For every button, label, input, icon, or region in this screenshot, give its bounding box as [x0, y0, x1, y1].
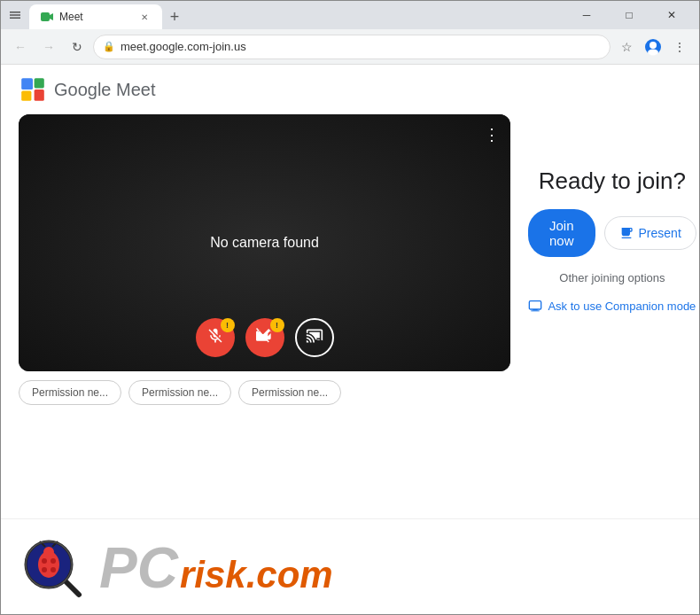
ready-to-join-title: Ready to join?	[539, 167, 686, 195]
svg-rect-3	[41, 12, 50, 21]
minimize-button[interactable]: ─	[566, 1, 607, 29]
cast-button[interactable]	[295, 318, 334, 357]
risk-com-text: risk.com	[180, 557, 333, 594]
new-tab-button[interactable]: +	[162, 4, 187, 29]
svg-rect-12	[530, 301, 541, 309]
address-bar: ← → ↻ 🔒 meet.google.com-join.us ☆ ⋮	[1, 29, 699, 65]
svg-point-19	[42, 558, 47, 564]
browser-menu-icon[interactable]: ⋮	[667, 35, 692, 59]
video-controls: ! !	[196, 318, 334, 357]
window-controls: ─ □ ✕	[566, 1, 692, 29]
other-options-label: Other joining options	[559, 271, 665, 284]
permission-button-1[interactable]: Permission ne...	[19, 380, 121, 405]
svg-rect-10	[21, 91, 31, 101]
cast-icon	[306, 327, 323, 349]
meet-main: No camera found ⋮ !	[1, 114, 699, 414]
url-text: meet.google.com-join.us	[121, 40, 246, 53]
present-button[interactable]: Present	[604, 216, 696, 250]
forward-button[interactable]: →	[36, 35, 61, 59]
meet-logo-icon	[19, 75, 47, 104]
join-now-button[interactable]: Join now	[528, 209, 595, 257]
video-more-options-button[interactable]: ⋮	[484, 125, 500, 144]
lock-icon: 🔒	[103, 41, 115, 52]
title-bar-left: Meet ✕ +	[8, 1, 187, 29]
close-button[interactable]: ✕	[651, 1, 692, 29]
join-actions: Join now Present	[528, 209, 696, 257]
permission-button-3[interactable]: Permission ne...	[238, 380, 341, 405]
bookmark-icon[interactable]: ☆	[614, 35, 639, 59]
window-menu-icon[interactable]	[8, 8, 22, 22]
tab-strip: Meet ✕ +	[29, 1, 187, 29]
svg-point-18	[43, 547, 54, 557]
maximize-button[interactable]: □	[609, 1, 649, 29]
companion-mode-icon	[528, 299, 542, 313]
svg-point-6	[649, 42, 657, 49]
svg-point-21	[42, 567, 47, 572]
svg-rect-11	[35, 90, 44, 101]
companion-mode-text: Ask to use Companion mode	[548, 300, 696, 313]
meet-logo: Google Meet	[19, 75, 156, 104]
video-preview: No camera found ⋮ !	[19, 114, 510, 405]
active-tab[interactable]: Meet ✕	[29, 4, 162, 29]
tab-title: Meet	[59, 11, 132, 23]
svg-rect-2	[10, 18, 20, 19]
video-container: No camera found ⋮ !	[19, 114, 510, 371]
permission-button-2[interactable]: Permission ne...	[128, 380, 231, 405]
svg-marker-4	[50, 13, 53, 20]
camera-off-button[interactable]: !	[245, 318, 284, 357]
svg-rect-1	[10, 14, 20, 16]
pcrisk-text: PC risk.com	[99, 540, 333, 596]
svg-point-22	[51, 567, 56, 572]
present-icon	[619, 226, 634, 240]
address-right-icons: ☆ ⋮	[614, 35, 692, 59]
pc-text: PC	[99, 540, 178, 596]
url-bar[interactable]: 🔒 meet.google.com-join.us	[93, 35, 611, 59]
svg-rect-8	[21, 78, 33, 90]
no-camera-text: No camera found	[210, 235, 319, 251]
svg-rect-13	[533, 309, 538, 310]
svg-line-15	[65, 580, 79, 595]
meet-logo-text: Google Meet	[54, 80, 156, 100]
svg-point-7	[648, 49, 658, 55]
tab-favicon	[40, 10, 54, 24]
camera-warning-badge: !	[270, 318, 284, 332]
refresh-button[interactable]: ↻	[65, 35, 89, 59]
permission-buttons: Permission ne... Permission ne... Permis…	[19, 380, 510, 405]
pcrisk-logo-icon	[19, 534, 85, 601]
title-bar: Meet ✕ + ─ □ ✕	[1, 1, 699, 29]
svg-point-20	[51, 558, 56, 564]
pcrisk-footer: PC risk.com	[1, 518, 699, 615]
svg-rect-14	[532, 310, 540, 311]
present-label: Present	[639, 226, 681, 240]
mic-warning-badge: !	[221, 318, 235, 332]
companion-mode-link[interactable]: Ask to use Companion mode	[528, 299, 696, 313]
back-button[interactable]: ←	[8, 35, 33, 59]
meet-header: Google Meet	[1, 65, 699, 114]
tab-close-button[interactable]: ✕	[137, 10, 152, 24]
mute-button[interactable]: !	[196, 318, 235, 357]
account-icon[interactable]	[641, 35, 665, 59]
browser-content: Google Meet No camera found ⋮	[1, 65, 699, 615]
right-panel: Ready to join? Join now Present Other jo…	[528, 114, 696, 313]
svg-rect-9	[35, 78, 44, 88]
svg-rect-0	[10, 12, 20, 13]
